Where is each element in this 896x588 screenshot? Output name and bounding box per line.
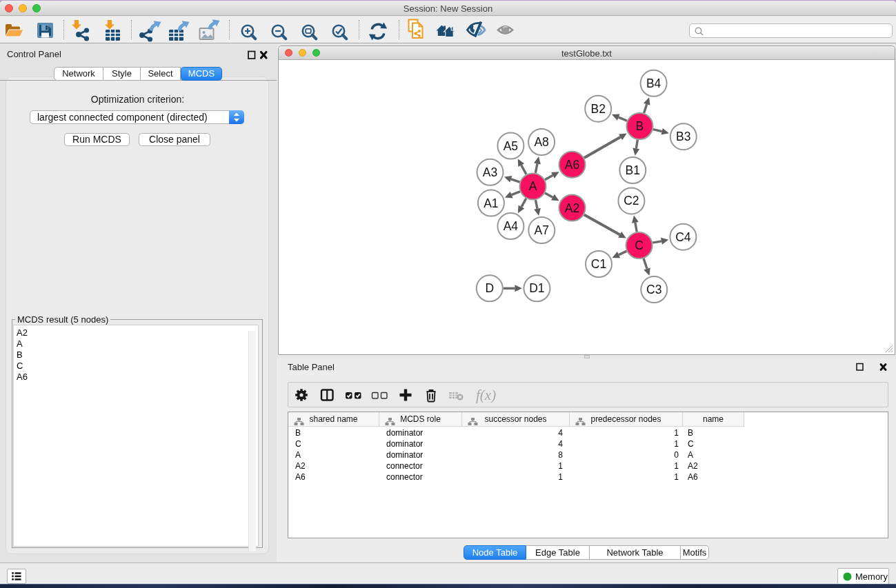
svg-text:A3: A3	[483, 165, 497, 179]
svg-text:D1: D1	[529, 281, 544, 295]
svg-text:C: C	[635, 239, 644, 252]
svg-text:A6: A6	[565, 158, 579, 172]
svg-text:A4: A4	[504, 219, 519, 233]
svg-text:A: A	[529, 179, 537, 193]
svg-text:C3: C3	[646, 283, 661, 296]
svg-text:B2: B2	[590, 102, 605, 116]
svg-text:B1: B1	[626, 163, 640, 177]
svg-text:A2: A2	[565, 201, 579, 215]
svg-text:B4: B4	[646, 77, 661, 90]
svg-text:C1: C1	[591, 257, 606, 271]
svg-text:C2: C2	[624, 194, 639, 207]
svg-text:A1: A1	[484, 196, 498, 210]
svg-text:D: D	[485, 281, 494, 295]
svg-text:A8: A8	[534, 135, 548, 149]
svg-text:f(x): f(x)	[476, 387, 496, 403]
svg-text:B: B	[636, 119, 644, 133]
svg-text:C4: C4	[675, 230, 691, 244]
svg-text:B3: B3	[676, 130, 690, 143]
svg-text:A7: A7	[535, 223, 549, 237]
svg-text:A5: A5	[504, 139, 518, 153]
